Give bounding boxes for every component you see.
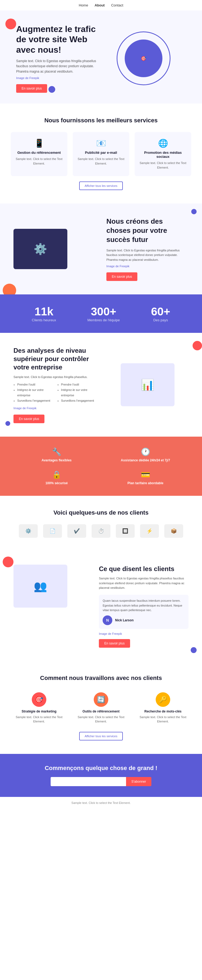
testimonial-title: Ce que disent les clients xyxy=(99,565,189,573)
client-logo-6: ⚡ xyxy=(140,524,159,538)
how-card-desc-2: Sample text. Click to select the Text El… xyxy=(75,715,127,724)
reviewer-avatar: N xyxy=(103,616,112,625)
service-icon-3: 🌐 xyxy=(139,138,187,148)
target-icon: 🎯 xyxy=(141,56,146,61)
hero-target-inner: 🎯 xyxy=(125,40,162,77)
creation-image-credit: Image de Freepik xyxy=(106,264,189,269)
creation-text: Nous créons des choses pour votre succès… xyxy=(106,217,189,281)
cta-title: Commençons quelque chose de grand ! xyxy=(16,765,186,772)
how-card-1: 🎯 Stratégie de marketing Sample text. Cl… xyxy=(11,690,67,727)
logo-icon-3: ✔️ xyxy=(74,528,80,534)
how-card-3: 🔑 Recherche de mots-clés Sample text. Cl… xyxy=(135,690,191,727)
cta-email-input[interactable] xyxy=(51,777,126,786)
clients-section: Voici quelques-uns de nos clients ⚙️ 📄 ✔… xyxy=(0,496,202,551)
service-icon-2: 📧 xyxy=(77,138,125,148)
service-card-1: 📱 Gestion du référencement Sample text. … xyxy=(11,132,67,176)
hero-section: Augmentez le trafic de votre site Web av… xyxy=(0,11,202,103)
logo-icon-7: 📦 xyxy=(171,528,177,534)
testimonial-image: 👥 xyxy=(13,565,88,608)
list-item: Prendre l'outil xyxy=(17,382,52,387)
clients-logos: ⚙️ 📄 ✔️ ⏱️ 🔲 ⚡ 📦 xyxy=(11,524,191,538)
analytics-list-col2: Prendre l'outil Intégrez-le sur votre en… xyxy=(58,382,96,403)
footer-text: Sample text. Click to select the Text El… xyxy=(4,801,198,805)
quote-text: Quam lacus suspendisse faucibus interdum… xyxy=(103,598,185,613)
stat-clients: 11k Clients heureux xyxy=(32,305,56,322)
clients-title: Voici quelques-uns de nos clients xyxy=(11,509,191,516)
nav-contact[interactable]: Contact xyxy=(111,3,123,7)
blob-blue-test xyxy=(191,647,197,653)
creation-cta-button[interactable]: En savoir plus xyxy=(106,272,137,281)
logo-icon-6: ⚡ xyxy=(146,528,152,534)
feature-icon-1: 🔧 xyxy=(52,447,61,456)
how-work-all-button[interactable]: Afficher tous les services xyxy=(79,732,123,740)
reviewer: N Nick Larson xyxy=(103,616,185,625)
service-title-3: Promotion des médias sociaux xyxy=(139,151,187,159)
hero-text: Augmentez le trafic de votre site Web av… xyxy=(16,24,101,93)
list-item: Surveillons l'engagement xyxy=(17,398,52,404)
gear-icon: ⚙️ xyxy=(34,243,47,255)
service-desc-1: Sample text. Click to select the Text El… xyxy=(15,157,63,165)
client-logo-4: ⏱️ xyxy=(91,524,111,538)
stat-countries-label: Des pays xyxy=(151,318,170,322)
services-all-button[interactable]: Afficher tous les services xyxy=(79,181,123,190)
list-item: Intégrez-le sur votre entreprise xyxy=(17,387,52,398)
analytics-title: Des analyses de niveau supérieur pour co… xyxy=(13,346,96,372)
how-work-grid: 🎯 Stratégie de marketing Sample text. Cl… xyxy=(11,690,191,727)
feature-label-4: Plan tarifaire abordable xyxy=(127,481,163,485)
people-icon: 👥 xyxy=(34,580,47,593)
seo-icon: 🔄 xyxy=(94,692,108,707)
testimonial-cta-button[interactable]: En savoir plus xyxy=(99,639,130,648)
feature-label-1: Avantages flexibles xyxy=(42,458,72,462)
client-logo-1: ⚙️ xyxy=(19,524,38,538)
creation-screen: ⚙️ xyxy=(13,229,67,269)
nav-home[interactable]: Home xyxy=(79,3,88,7)
analytics-cta-button[interactable]: En savoir plus xyxy=(13,415,45,423)
logo-icon-4: ⏱️ xyxy=(98,528,104,534)
hero-cta-button[interactable]: En savoir plus xyxy=(16,84,47,93)
how-card-desc-1: Sample text. Click to select the Text El… xyxy=(13,715,65,724)
list-item: Intégrez-le sur votre entreprise xyxy=(61,387,96,398)
feature-item-2: 🕐 Assistance dédiée 24h/24 et 7j/7 xyxy=(105,447,186,462)
test-illustration: 👥 xyxy=(13,565,67,608)
analytics-image-credit: Image de Freepik xyxy=(13,406,96,411)
nav-about[interactable]: About xyxy=(95,3,105,7)
feature-label-2: Assistance dédiée 24h/24 et 7j/7 xyxy=(121,458,170,462)
services-section: Nous fournissons les meilleurs services … xyxy=(0,103,202,204)
creation-title: Nous créons des choses pour votre succès… xyxy=(106,217,189,244)
navbar: Home About Contact xyxy=(0,0,202,11)
how-card-title-3: Recherche de mots-clés xyxy=(137,710,189,713)
hero-image: 🎯 xyxy=(101,32,186,85)
analytics-list-col1: Prendre l'outil Intégrez-le sur votre en… xyxy=(13,382,52,403)
testimonial-description: Sample text. Click to Egestas egestas fr… xyxy=(99,576,189,590)
blob-blue-analytics xyxy=(5,421,10,426)
service-card-3: 🌐 Promotion des médias sociaux Sample te… xyxy=(135,132,191,176)
cta-subscribe-button[interactable]: S'abonner xyxy=(126,777,151,786)
quote-box: Quam lacus suspendisse faucibus interdum… xyxy=(99,595,189,629)
blob-blue-creation xyxy=(191,209,197,214)
service-title-1: Gestion du référencement xyxy=(15,151,63,154)
blob-red-creation xyxy=(3,284,16,294)
client-logo-5: 🔲 xyxy=(116,524,135,538)
chart-icon: 📊 xyxy=(141,379,154,391)
list-item: Surveillons l'engagement xyxy=(61,398,96,404)
services-grid: 📱 Gestion du référencement Sample text. … xyxy=(11,132,191,176)
how-card-desc-3: Sample text. Click to select the Text El… xyxy=(137,715,189,724)
analytics-section: Des analyses de niveau supérieur pour co… xyxy=(0,333,202,437)
services-title: Nous fournissons les meilleurs services xyxy=(11,117,191,124)
analytics-screen: 📊 xyxy=(121,363,175,406)
feature-item-1: 🔧 Avantages flexibles xyxy=(16,447,97,462)
how-work-title: Comment nous travaillons avec nos client… xyxy=(11,675,191,682)
hero-image-credit: Image de Freepik xyxy=(16,76,101,81)
stat-clients-value: 11k xyxy=(32,305,56,318)
service-desc-3: Sample text. Click to select the Text El… xyxy=(139,161,187,170)
cta-section: Commençons quelque chose de grand ! S'ab… xyxy=(0,754,202,797)
marketing-icon: 🎯 xyxy=(32,692,46,707)
reviewer-name: Nick Larson xyxy=(115,618,134,622)
features-section: 🔧 Avantages flexibles 🕐 Assistance dédié… xyxy=(0,437,202,496)
testimonial-section: 👥 Ce que disent les clients Sample text.… xyxy=(0,551,202,661)
hero-description: Sample text. Click to Egestas egestas fr… xyxy=(16,59,101,74)
blob-red-test xyxy=(3,557,13,567)
cta-form: S'abonner xyxy=(16,777,186,786)
list-item: Prendre l'outil xyxy=(61,382,96,387)
client-logo-3: ✔️ xyxy=(67,524,86,538)
